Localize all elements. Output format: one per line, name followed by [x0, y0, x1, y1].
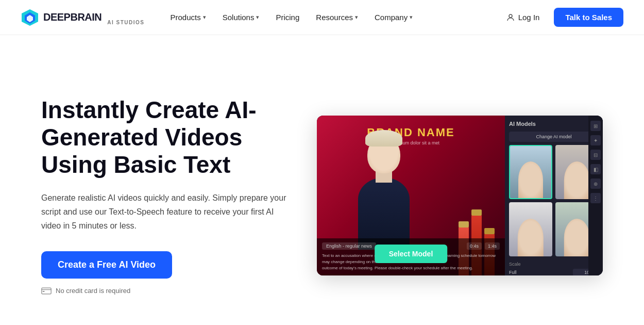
video-area: BRAND NAME Lorem ipsum dolor sit a met	[317, 116, 505, 275]
brand-name: BRAND NAME	[317, 126, 505, 139]
no-credit-card-notice: No credit card is required	[41, 287, 309, 295]
logo-icon	[21, 8, 39, 27]
chevron-down-icon: ▾	[410, 14, 413, 21]
language-label: English - regular news	[322, 242, 376, 250]
logo[interactable]: DEEPBRAIN AI STUDIOS	[21, 8, 145, 27]
nav-products[interactable]: Products ▾	[163, 9, 213, 26]
brand-overlay: BRAND NAME Lorem ipsum dolor sit a met	[317, 126, 505, 145]
duration-2: 1:4s	[485, 242, 500, 250]
login-button[interactable]: Log In	[498, 9, 548, 26]
panel-icon-3[interactable]: ⊟	[590, 150, 601, 160]
nav-pricing[interactable]: Pricing	[268, 9, 307, 26]
cta-button[interactable]: Create a Free AI Video	[41, 251, 172, 279]
nav-solutions[interactable]: Solutions ▾	[215, 9, 267, 26]
duration-1: 0:4s	[467, 242, 482, 250]
panel-icon-5[interactable]: ⊕	[590, 178, 601, 189]
scale-section: Scale Full	[509, 262, 599, 275]
demo-container: BRAND NAME Lorem ipsum dolor sit a met	[317, 116, 603, 275]
nav-resources[interactable]: Resources ▾	[309, 9, 365, 26]
model-grid	[509, 145, 599, 256]
svg-point-3	[509, 14, 512, 18]
chevron-down-icon: ▾	[355, 14, 358, 21]
user-icon	[506, 13, 515, 22]
logo-brand-name: DEEPBRAIN	[43, 11, 101, 23]
chevron-down-icon: ▾	[203, 14, 206, 21]
model-thumb-1[interactable]	[509, 145, 552, 199]
hero-demo-image: BRAND NAME Lorem ipsum dolor sit a met	[317, 116, 603, 275]
ai-models-panel: AI Models Change AI model	[505, 116, 603, 275]
panel-icon-buttons: ⊞ ✦ ⊟ ◧ ⊕ ⋮	[588, 116, 603, 275]
no-cc-text: No credit card is required	[56, 287, 130, 295]
panel-icon-1[interactable]: ⊞	[590, 121, 601, 131]
brand-sub: Lorem ipsum dolor sit a met	[317, 140, 505, 145]
nav-right: Log In Talk to Sales	[498, 8, 623, 27]
hero-description: Generate realistic AI videos quickly and…	[41, 191, 289, 233]
model-thumb-3[interactable]	[509, 202, 552, 256]
nav-company[interactable]: Company ▾	[367, 9, 420, 26]
panel-icon-4[interactable]: ◧	[590, 164, 601, 174]
chevron-down-icon: ▾	[256, 14, 259, 21]
navbar: DEEPBRAIN AI STUDIOS Products ▾ Solution…	[0, 0, 644, 35]
svg-rect-6	[43, 291, 45, 292]
logo-suffix: AI STUDIOS	[107, 20, 144, 25]
panel-title: AI Models	[509, 121, 599, 127]
talk-to-sales-button[interactable]: Talk to Sales	[554, 8, 623, 27]
change-ai-model-button[interactable]: Change AI model	[509, 132, 599, 142]
hero-section: Instantly Create AI-Generated Videos Usi…	[0, 35, 644, 325]
panel-icon-6[interactable]: ⋮	[590, 193, 601, 203]
nav-links: Products ▾ Solutions ▾ Pricing Resources…	[163, 9, 420, 26]
hero-title: Instantly Create AI-Generated Videos Usi…	[41, 96, 309, 178]
panel-icon-2[interactable]: ✦	[590, 135, 601, 145]
credit-card-icon	[41, 287, 52, 295]
presenter	[353, 147, 415, 250]
select-model-button[interactable]: Select Model	[375, 245, 448, 263]
hero-left: Instantly Create AI-Generated Videos Usi…	[41, 96, 309, 295]
